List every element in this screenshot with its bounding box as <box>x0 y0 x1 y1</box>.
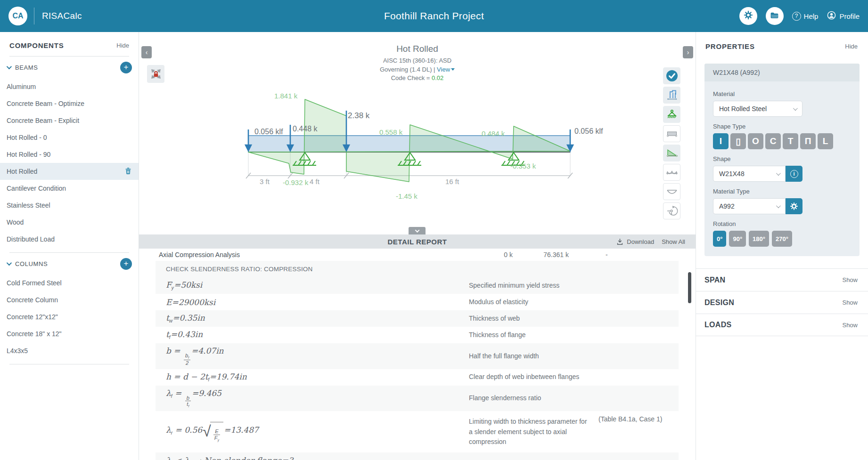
sidebar-item-l4x3x5[interactable]: L4x3x5 <box>0 342 139 359</box>
shape-type-angle[interactable]: L <box>818 133 833 149</box>
columns-section-header[interactable]: COLUMNS + <box>0 253 139 274</box>
code-check-toggle[interactable] <box>663 67 680 84</box>
add-column-button[interactable]: + <box>120 258 132 270</box>
shear-label-s2: 0.558 k <box>379 128 402 136</box>
sidebar-item-concrete-column[interactable]: Concrete Column <box>0 291 139 308</box>
row-value-demand: 0 k <box>484 251 513 258</box>
collapse-detail-report-button[interactable] <box>409 227 426 234</box>
properties-hide-link[interactable]: Hide <box>845 43 858 50</box>
beams-section-label: BEAMS <box>15 64 38 71</box>
shape-select-row: W21X48 i <box>713 166 802 182</box>
help-button[interactable]: ? Help <box>792 12 819 21</box>
material-select[interactable]: Hot Rolled Steel <box>713 101 802 117</box>
formula: b = bf2=4.07in <box>166 343 224 369</box>
loads-show-link[interactable]: Show <box>842 322 858 329</box>
sidebar-item-concrete-12x12[interactable]: Concrete 12"x12" <box>0 308 139 325</box>
components-sidebar: COMPONENTS Hide BEAMS + Aluminum Concret… <box>0 32 139 460</box>
span-show-link[interactable]: Show <box>842 276 858 283</box>
shape-type-tee[interactable]: T <box>783 133 798 149</box>
loads-icon <box>666 89 678 101</box>
rotation-90[interactable]: 90° <box>729 231 746 247</box>
shape-type-double-tee[interactable]: Π <box>800 133 816 149</box>
deflection-diagram-toggle[interactable] <box>663 183 680 200</box>
sidebar-item-aluminum[interactable]: Aluminum <box>0 78 139 95</box>
sidebar-item-hot-rolled-0[interactable]: Hot Rolled - 0 <box>0 129 139 146</box>
app-window: CA RISACalc Foothill Ranch Project <box>0 0 868 460</box>
table-row: Axial Compression Analysis 0 k 76.361 k … <box>156 249 679 261</box>
rotation-270[interactable]: 270° <box>772 231 792 247</box>
design-section[interactable]: DESIGN Show <box>696 291 868 314</box>
delete-icon[interactable] <box>124 167 132 176</box>
report-scrollbar-thumb[interactable] <box>688 272 691 303</box>
download-icon <box>616 238 623 245</box>
formula: h = d − 2tf=19.74in <box>166 369 247 385</box>
shape-type-pipe[interactable]: O <box>748 133 763 149</box>
formula: Fy=50ksi <box>166 277 202 293</box>
formula: tf=0.43in <box>166 327 203 343</box>
sidebar-item-concrete-18x12[interactable]: Concrete 18" x 12" <box>0 325 139 342</box>
loads-toggle[interactable] <box>663 87 680 104</box>
sidebar-item-concrete-beam-optimize[interactable]: Concrete Beam - Optimize <box>0 95 139 112</box>
design-show-link[interactable]: Show <box>842 299 858 306</box>
rotation-reactions-toggle[interactable] <box>663 202 680 219</box>
settings-button[interactable] <box>739 7 757 25</box>
shear-label-neg2: -1.45 k <box>396 192 418 200</box>
shape-type-tube[interactable]: ▯ <box>730 133 746 149</box>
gear-icon <box>744 10 753 22</box>
sidebar-item-concrete-beam-explicit[interactable]: Concrete Beam - Explicit <box>0 112 139 129</box>
supports-toggle[interactable] <box>663 106 680 123</box>
table-row: b = bf2=4.07inHalf the full flange width <box>156 343 679 369</box>
add-beam-button[interactable]: + <box>120 62 132 73</box>
sidebar-item-stainless-steel[interactable]: Stainless Steel <box>0 197 139 214</box>
material-type-select[interactable]: A992 <box>713 198 786 214</box>
sidebar-item-cantilever-condition[interactable]: Cantilever Condition <box>0 180 139 197</box>
sidebar-item-distributed-load[interactable]: Distributed Load <box>0 231 139 248</box>
dim-label-4ft: 4 ft <box>310 178 319 186</box>
shape-card-title: W21X48 (A992) <box>704 64 860 81</box>
row-label: Axial Compression Analysis <box>159 251 240 258</box>
material-type-value: A992 <box>719 202 735 210</box>
material-settings-button[interactable] <box>786 198 802 214</box>
moment-diagram-toggle[interactable] <box>663 164 680 181</box>
shape-value: W21X48 <box>719 170 745 178</box>
row-code-reference: (Table B4.1a, Case 1) <box>598 411 662 423</box>
row-value-ratio: - <box>606 251 608 258</box>
show-all-button[interactable]: Show All <box>662 238 685 245</box>
sidebar-item-hot-rolled-selected[interactable]: Hot Rolled <box>0 163 139 180</box>
shape-select[interactable]: W21X48 <box>713 166 786 182</box>
member-toggle[interactable] <box>663 125 680 142</box>
shear-label-neg3: -0.353 k <box>510 162 536 170</box>
design-section-label: DESIGN <box>704 299 734 307</box>
sidebar-item-wood[interactable]: Wood <box>0 214 139 231</box>
rotation-180[interactable]: 180° <box>749 231 769 247</box>
row-value-capacity: 76.361 k <box>526 251 569 258</box>
sidebar-item-cold-formed-steel[interactable]: Cold Formed Steel <box>0 274 139 291</box>
app-name: RISACalc <box>42 11 82 21</box>
shape-type-channel[interactable]: C <box>765 133 781 149</box>
open-project-button[interactable] <box>766 7 784 25</box>
row-description: Thickness of web <box>469 314 591 324</box>
span-section[interactable]: SPAN Show <box>696 268 868 291</box>
shape-info-button[interactable]: i <box>786 166 802 182</box>
shear-label-max: 1.841 k <box>274 92 297 100</box>
material-type-label: Material Type <box>713 188 851 195</box>
gear-icon <box>790 202 798 210</box>
sidebar-hide-link[interactable]: Hide <box>116 42 129 49</box>
chevron-down-icon <box>415 228 419 233</box>
detail-report-bar: DETAIL REPORT Download Show All <box>139 234 696 249</box>
shape-type-buttons: I ▯ O C T Π L <box>713 133 851 149</box>
profile-button[interactable]: Profile <box>827 10 860 22</box>
detail-report-table: Axial Compression Analysis 0 k 76.361 k … <box>139 249 696 460</box>
section-label: CHECK SLENDERNESS RATIO: COMPRESSION <box>166 266 313 273</box>
table-row: λf < λrf → Non-slender flange=3 <box>156 452 679 460</box>
shear-diagram-toggle[interactable] <box>663 145 680 161</box>
sidebar-item-hot-rolled-90[interactable]: Hot Rolled - 90 <box>0 146 139 163</box>
loads-section[interactable]: LOADS Show <box>696 314 868 336</box>
beams-section-header[interactable]: BEAMS + <box>0 56 139 78</box>
project-title: Foothill Ranch Project <box>0 10 868 22</box>
shape-type-label: Shape Type <box>713 123 851 130</box>
rotation-0[interactable]: 0° <box>713 231 726 247</box>
shape-type-wide-flange[interactable]: I <box>713 133 729 149</box>
material-label: Material <box>713 90 851 97</box>
download-button[interactable]: Download <box>616 238 654 245</box>
